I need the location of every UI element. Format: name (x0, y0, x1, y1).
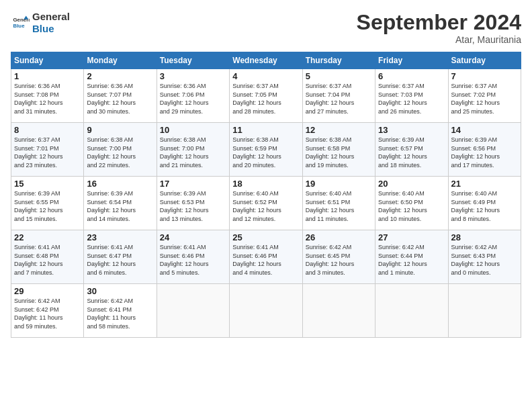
calendar-cell: 25Sunrise: 6:41 AM Sunset: 6:46 PM Dayli… (230, 230, 302, 284)
day-number: 16 (87, 179, 153, 189)
cell-text: Sunrise: 6:37 AM Sunset: 7:05 PM Dayligh… (232, 82, 299, 116)
calendar-cell: 5Sunrise: 6:37 AM Sunset: 7:04 PM Daylig… (302, 69, 375, 123)
cell-text: Sunrise: 6:39 AM Sunset: 6:57 PM Dayligh… (378, 136, 445, 169)
day-number: 11 (232, 125, 299, 135)
day-number: 29 (14, 286, 81, 296)
calendar-cell: 15Sunrise: 6:39 AM Sunset: 6:55 PM Dayli… (11, 177, 84, 230)
week-row-5: 29Sunrise: 6:42 AM Sunset: 6:42 PM Dayli… (11, 284, 521, 338)
calendar-cell: 4Sunrise: 6:37 AM Sunset: 7:05 PM Daylig… (230, 69, 302, 123)
calendar-cell: 27Sunrise: 6:42 AM Sunset: 6:44 PM Dayli… (375, 230, 448, 284)
calendar-cell: 26Sunrise: 6:42 AM Sunset: 6:45 PM Dayli… (302, 230, 375, 284)
cell-text: Sunrise: 6:37 AM Sunset: 7:02 PM Dayligh… (451, 82, 518, 116)
day-number: 20 (378, 179, 445, 189)
header: General Blue General Blue September 2024… (11, 11, 521, 45)
cell-text: Sunrise: 6:39 AM Sunset: 6:54 PM Dayligh… (87, 189, 153, 223)
cell-text: Sunrise: 6:37 AM Sunset: 7:01 PM Dayligh… (14, 136, 81, 169)
cell-text: Sunrise: 6:36 AM Sunset: 7:06 PM Dayligh… (160, 82, 226, 116)
cell-text: Sunrise: 6:38 AM Sunset: 7:00 PM Dayligh… (87, 136, 153, 169)
day-number: 27 (378, 232, 445, 242)
calendar-body: 1Sunrise: 6:36 AM Sunset: 7:08 PM Daylig… (11, 69, 521, 338)
day-number: 1 (14, 71, 81, 81)
col-header-monday: Monday (84, 52, 157, 69)
logo-general: General (32, 11, 70, 23)
day-number: 15 (14, 179, 81, 189)
col-header-thursday: Thursday (302, 52, 375, 69)
cell-text: Sunrise: 6:36 AM Sunset: 7:07 PM Dayligh… (87, 82, 153, 116)
calendar-cell: 11Sunrise: 6:38 AM Sunset: 6:59 PM Dayli… (230, 123, 302, 177)
calendar-cell: 8Sunrise: 6:37 AM Sunset: 7:01 PM Daylig… (11, 123, 84, 177)
cell-text: Sunrise: 6:42 AM Sunset: 6:42 PM Dayligh… (14, 297, 81, 330)
calendar-cell: 13Sunrise: 6:39 AM Sunset: 6:57 PM Dayli… (375, 123, 448, 177)
logo: General Blue General Blue (11, 11, 70, 35)
cell-text: Sunrise: 6:40 AM Sunset: 6:50 PM Dayligh… (378, 189, 445, 223)
cell-text: Sunrise: 6:41 AM Sunset: 6:46 PM Dayligh… (232, 243, 299, 277)
cell-text: Sunrise: 6:41 AM Sunset: 6:47 PM Dayligh… (87, 243, 153, 277)
cell-text: Sunrise: 6:42 AM Sunset: 6:45 PM Dayligh… (306, 243, 372, 277)
calendar-cell: 16Sunrise: 6:39 AM Sunset: 6:54 PM Dayli… (84, 177, 157, 230)
day-number: 5 (306, 71, 372, 81)
calendar-cell: 29Sunrise: 6:42 AM Sunset: 6:42 PM Dayli… (11, 284, 84, 338)
day-number: 14 (451, 125, 518, 135)
day-number: 30 (87, 286, 153, 296)
calendar-cell: 7Sunrise: 6:37 AM Sunset: 7:02 PM Daylig… (448, 69, 521, 123)
calendar-cell: 10Sunrise: 6:38 AM Sunset: 7:00 PM Dayli… (157, 123, 229, 177)
title-block: September 2024 Atar, Mauritania (357, 11, 521, 45)
day-number: 8 (14, 125, 81, 135)
day-number: 4 (232, 71, 299, 81)
day-number: 28 (451, 232, 518, 242)
day-number: 26 (306, 232, 372, 242)
day-number: 10 (160, 125, 226, 135)
day-number: 17 (160, 179, 226, 189)
calendar-cell: 21Sunrise: 6:40 AM Sunset: 6:49 PM Dayli… (448, 177, 521, 230)
cell-text: Sunrise: 6:39 AM Sunset: 6:56 PM Dayligh… (451, 136, 518, 169)
cell-text: Sunrise: 6:41 AM Sunset: 6:46 PM Dayligh… (160, 243, 226, 277)
day-number: 23 (87, 232, 153, 242)
cell-text: Sunrise: 6:37 AM Sunset: 7:04 PM Dayligh… (306, 82, 372, 116)
day-number: 25 (232, 232, 299, 242)
cell-text: Sunrise: 6:38 AM Sunset: 7:00 PM Dayligh… (160, 136, 226, 169)
cell-text: Sunrise: 6:40 AM Sunset: 6:49 PM Dayligh… (451, 189, 518, 223)
calendar-cell: 19Sunrise: 6:40 AM Sunset: 6:51 PM Dayli… (302, 177, 375, 230)
cell-text: Sunrise: 6:40 AM Sunset: 6:52 PM Dayligh… (232, 189, 299, 223)
calendar-cell (302, 284, 375, 338)
cell-text: Sunrise: 6:39 AM Sunset: 6:53 PM Dayligh… (160, 189, 226, 223)
calendar-cell: 12Sunrise: 6:38 AM Sunset: 6:58 PM Dayli… (302, 123, 375, 177)
day-number: 3 (160, 71, 226, 81)
week-row-2: 8Sunrise: 6:37 AM Sunset: 7:01 PM Daylig… (11, 123, 521, 177)
col-header-saturday: Saturday (448, 52, 521, 69)
calendar-cell: 20Sunrise: 6:40 AM Sunset: 6:50 PM Dayli… (375, 177, 448, 230)
day-number: 13 (378, 125, 445, 135)
week-row-3: 15Sunrise: 6:39 AM Sunset: 6:55 PM Dayli… (11, 177, 521, 230)
day-number: 22 (14, 232, 81, 242)
cell-text: Sunrise: 6:42 AM Sunset: 6:41 PM Dayligh… (87, 297, 153, 330)
calendar-header-row: SundayMondayTuesdayWednesdayThursdayFrid… (11, 52, 521, 69)
calendar-cell: 28Sunrise: 6:42 AM Sunset: 6:43 PM Dayli… (448, 230, 521, 284)
calendar-cell: 6Sunrise: 6:37 AM Sunset: 7:03 PM Daylig… (375, 69, 448, 123)
col-header-wednesday: Wednesday (230, 52, 302, 69)
calendar-cell (448, 284, 521, 338)
calendar-cell: 14Sunrise: 6:39 AM Sunset: 6:56 PM Dayli… (448, 123, 521, 177)
logo-icon: General Blue (11, 13, 30, 32)
calendar-table: SundayMondayTuesdayWednesdayThursdayFrid… (11, 52, 521, 338)
calendar-cell (230, 284, 302, 338)
calendar-cell: 9Sunrise: 6:38 AM Sunset: 7:00 PM Daylig… (84, 123, 157, 177)
cell-text: Sunrise: 6:41 AM Sunset: 6:48 PM Dayligh… (14, 243, 81, 277)
svg-text:Blue: Blue (13, 23, 26, 29)
calendar-cell: 2Sunrise: 6:36 AM Sunset: 7:07 PM Daylig… (84, 69, 157, 123)
week-row-1: 1Sunrise: 6:36 AM Sunset: 7:08 PM Daylig… (11, 69, 521, 123)
page: General Blue General Blue September 2024… (0, 0, 532, 411)
cell-text: Sunrise: 6:42 AM Sunset: 6:44 PM Dayligh… (378, 243, 445, 277)
cell-text: Sunrise: 6:38 AM Sunset: 6:58 PM Dayligh… (306, 136, 372, 169)
calendar-cell: 30Sunrise: 6:42 AM Sunset: 6:41 PM Dayli… (84, 284, 157, 338)
day-number: 12 (306, 125, 372, 135)
location: Atar, Mauritania (357, 34, 521, 45)
cell-text: Sunrise: 6:36 AM Sunset: 7:08 PM Dayligh… (14, 82, 81, 116)
col-header-sunday: Sunday (11, 52, 84, 69)
calendar-cell (375, 284, 448, 338)
calendar-cell: 3Sunrise: 6:36 AM Sunset: 7:06 PM Daylig… (157, 69, 229, 123)
logo-blue: Blue (32, 23, 70, 35)
calendar-cell (157, 284, 229, 338)
day-number: 21 (451, 179, 518, 189)
day-number: 7 (451, 71, 518, 81)
day-number: 9 (87, 125, 153, 135)
